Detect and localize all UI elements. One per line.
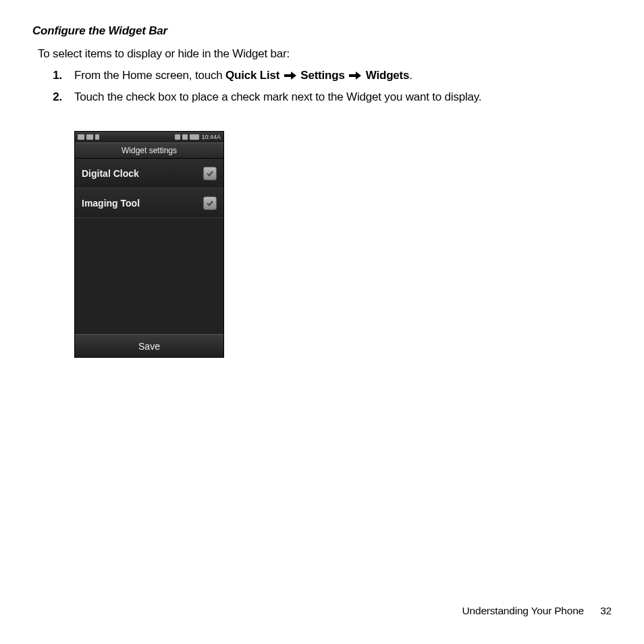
step-text: Touch the check box to place a check mar…: [74, 90, 481, 104]
list-item-label: Digital Clock: [82, 168, 139, 179]
page-footer: Understanding Your Phone 32: [462, 605, 612, 617]
status-icon: [95, 134, 99, 140]
status-icon: [78, 134, 84, 140]
footer-page-number: 32: [600, 605, 612, 616]
status-right: 10:44A: [175, 134, 221, 140]
status-time: 10:44A: [201, 134, 221, 140]
arrow-icon: [349, 72, 361, 79]
arrow-icon: [284, 72, 296, 79]
status-left: [78, 134, 99, 140]
phone-screenshot: 10:44A Widget settings Digital Clock Ima…: [74, 131, 224, 358]
status-bar: 10:44A: [75, 132, 223, 142]
step-number: 1.: [49, 69, 62, 82]
status-icon: [86, 134, 93, 140]
path-segment: Widgets: [366, 69, 410, 82]
signal-icon: [182, 134, 188, 140]
path-segment: Quick List: [225, 69, 279, 82]
status-icon: [175, 134, 180, 140]
check-icon: [206, 169, 214, 178]
list-item[interactable]: Digital Clock: [75, 159, 223, 188]
widget-list: Digital Clock Imaging Tool: [75, 159, 223, 334]
check-icon: [206, 199, 214, 207]
step-number: 2.: [49, 90, 62, 104]
step-item: 2. Touch the check box to place a check …: [49, 90, 612, 104]
path-segment: Settings: [300, 69, 344, 82]
footer-section: Understanding Your Phone: [462, 605, 585, 616]
intro-text: To select items to display or hide in th…: [38, 47, 612, 61]
list-item[interactable]: Imaging Tool: [75, 188, 223, 218]
screen-title: Widget settings: [75, 142, 223, 159]
step-item: 1. From the Home screen, touch Quick Lis…: [49, 69, 612, 82]
step-prefix: From the Home screen, touch: [74, 69, 225, 82]
battery-icon: [190, 134, 199, 140]
save-button[interactable]: Save: [75, 334, 223, 357]
steps-list: 1. From the Home screen, touch Quick Lis…: [49, 69, 612, 104]
section-heading: Configure the Widget Bar: [32, 24, 612, 38]
list-item-label: Imaging Tool: [82, 198, 140, 209]
step-text: From the Home screen, touch Quick List S…: [74, 69, 412, 82]
checkbox[interactable]: [203, 167, 217, 180]
checkbox[interactable]: [203, 196, 217, 210]
step-suffix: .: [409, 69, 412, 82]
